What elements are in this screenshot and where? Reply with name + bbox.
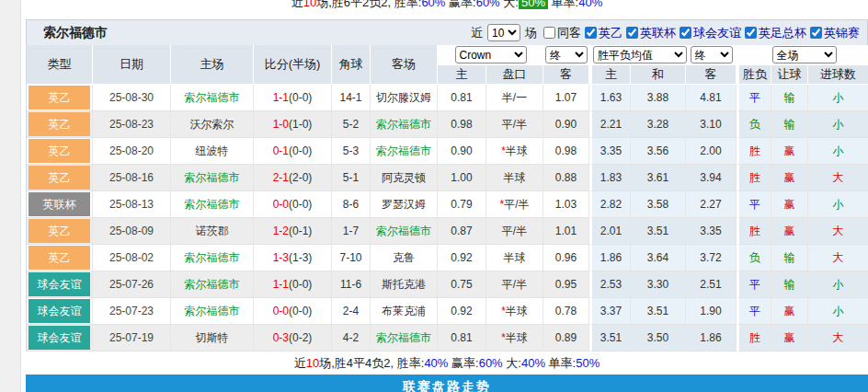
filter-英锦赛[interactable]: 英锦赛: [806, 25, 860, 41]
home-team[interactable]: 切斯特: [171, 325, 254, 352]
corner-score: 5-1: [332, 165, 371, 191]
home-team[interactable]: 索尔福德市: [171, 245, 254, 271]
avg-away-odds: 3.10: [686, 111, 737, 138]
filter-球会友谊[interactable]: 球会友谊: [676, 25, 741, 41]
away-odds: 0.88: [543, 165, 589, 191]
filter-checkbox[interactable]: [810, 27, 822, 39]
away-team[interactable]: 索尔福德市: [371, 111, 438, 138]
home-team[interactable]: 诺茨郡: [171, 218, 254, 245]
away-team[interactable]: 斯托克港: [371, 271, 438, 298]
away-team[interactable]: 索尔福德市: [371, 218, 438, 245]
match-date: 25-08-30: [93, 85, 171, 111]
match-date: 25-08-09: [93, 218, 171, 245]
away-odds: 1.07: [543, 85, 589, 111]
match-rows: 英乙 25-08-30 索尔福德市 1-1(0-0) 14-1 切尔滕汉姆 0.…: [27, 85, 868, 352]
filter-checkboxes: 同客英乙英联杯球会友谊英足总杯英锦赛: [540, 25, 860, 41]
filter-checkbox[interactable]: [543, 27, 555, 39]
goals-result-cell: 小: [808, 298, 868, 325]
home-team[interactable]: 索尔福德市: [171, 85, 254, 111]
page-left-margin: [0, 0, 21, 392]
avg-away-odds: 1.90: [686, 298, 737, 325]
away-team[interactable]: 索尔福德市: [371, 138, 438, 165]
filter-英乙[interactable]: 英乙: [581, 25, 622, 41]
filter-checkbox[interactable]: [585, 27, 597, 39]
home-team[interactable]: 纽波特: [171, 138, 254, 165]
filter-同客[interactable]: 同客: [540, 25, 581, 41]
handicap-result-cell: 赢: [771, 298, 808, 325]
filter-checkbox[interactable]: [745, 27, 757, 39]
score-cell: 1-1(0-0): [254, 85, 332, 111]
away-odds: 0.89: [543, 325, 589, 352]
avg-home-odds: 3.35: [589, 138, 631, 165]
col-away: 客场: [371, 45, 438, 85]
league-badge: 球会友谊: [29, 326, 90, 350]
home-odds: 0.90: [438, 138, 486, 165]
scope-select[interactable]: 全场: [772, 46, 837, 63]
home-team[interactable]: 沃尔索尔: [171, 111, 254, 138]
halftime-score: (0-0): [289, 305, 312, 317]
handicap-cell: 平/半: [486, 218, 543, 245]
home-odds: 0.81: [438, 85, 486, 111]
league-badge: 英乙: [29, 246, 90, 270]
halftime-score: (1-3): [289, 251, 312, 264]
league-badge: 球会友谊: [29, 272, 90, 296]
away-odds: 0.98: [543, 138, 589, 165]
filter-checkbox[interactable]: [680, 27, 691, 39]
fulltime-score: 1-2: [273, 225, 289, 237]
away-team[interactable]: 阿克灵顿: [371, 165, 438, 191]
avg-home-odds: 2.53: [589, 271, 631, 298]
away-team[interactable]: 克鲁: [371, 245, 438, 271]
handicap-cell: *半球: [486, 298, 543, 325]
handicap-result-cell: 赢: [771, 218, 808, 245]
handicap-result-cell: 输: [771, 245, 808, 271]
page-title: 索尔福德市: [27, 25, 108, 41]
avg-draw-odds: 3.28: [631, 111, 686, 138]
handicap-result-cell: 赢: [771, 138, 808, 165]
halftime-score: (0-2): [289, 331, 312, 344]
table-row: 球会友谊 25-07-19 切斯特 0-3(0-2) 4-2 索尔福德市 0.8…: [27, 325, 868, 352]
avg-home-odds: 1.86: [589, 245, 631, 271]
fulltime-score: 1-1: [273, 91, 289, 104]
handicap-value: 半球: [506, 331, 528, 344]
handicap-value: 半/一: [502, 91, 527, 104]
home-team[interactable]: 索尔福德市: [171, 191, 254, 218]
home-odds: 1.00: [438, 165, 486, 191]
result-cell: 胜: [737, 165, 771, 191]
handicap-result-cell: 输: [771, 85, 808, 111]
avg-home-odds: 2.82: [589, 191, 631, 218]
mean-odds-select[interactable]: 胜平负均值: [593, 46, 687, 63]
away-team[interactable]: 切尔滕汉姆: [371, 85, 438, 111]
result-cell: 平: [737, 191, 771, 218]
result-cell: 胜: [737, 138, 771, 165]
filter-英足总杯[interactable]: 英足总杯: [741, 25, 806, 41]
range-select[interactable]: 10: [487, 24, 520, 41]
home-odds: 0.79: [438, 191, 486, 218]
match-date: 25-08-23: [93, 111, 171, 138]
home-team[interactable]: 索尔福德市: [171, 298, 254, 325]
team-stats-header: 索尔福德市 近 10 场 同客英乙英联杯球会友谊英足总杯英锦赛: [26, 19, 868, 45]
odds-source-select[interactable]: Crown: [455, 46, 527, 63]
odds-time-select[interactable]: 终: [545, 46, 588, 63]
away-team[interactable]: 罗瑟汉姆: [371, 191, 438, 218]
banner-title: 联赛盘路走势: [403, 379, 491, 392]
home-team[interactable]: 索尔福德市: [171, 165, 254, 191]
avg-draw-odds: 3.58: [631, 191, 686, 218]
mean-time-select[interactable]: 终: [691, 46, 733, 63]
avg-away-odds: 3.72: [686, 245, 737, 271]
avg-home-odds: 2.21: [589, 111, 631, 138]
handicap-cell: 半/一: [486, 85, 543, 111]
filter-checkbox[interactable]: [626, 27, 638, 39]
handicap-value: 半球: [504, 171, 526, 184]
avg-home-odds: 1.83: [589, 165, 631, 191]
away-odds: 0.96: [543, 245, 589, 271]
handicap-result-cell: 赢: [771, 325, 808, 352]
avg-away-odds: 4.81: [686, 85, 737, 111]
corner-score: 2-4: [332, 298, 371, 325]
home-team[interactable]: 索尔福德市: [171, 271, 254, 298]
away-team[interactable]: 布莱克浦: [371, 298, 438, 325]
filter-英联杯[interactable]: 英联杯: [622, 25, 676, 41]
corner-score: 4-2: [332, 325, 371, 352]
col-handicap: 盘口: [486, 65, 543, 85]
match-history-table: 类型 日期 主场 比分(半场) 角球 客场 Crown 终 胜平负均值 终 全场…: [26, 45, 868, 352]
away-team[interactable]: 索尔福德市: [371, 325, 438, 352]
